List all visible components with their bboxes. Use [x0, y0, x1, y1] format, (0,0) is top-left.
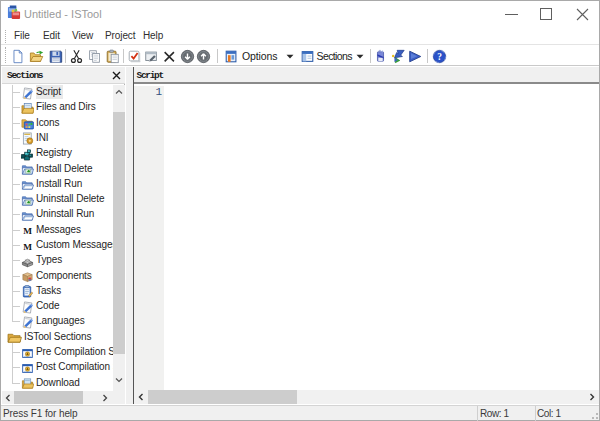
- svg-text:?: ?: [437, 51, 442, 61]
- svg-text:M: M: [23, 226, 32, 236]
- svg-text:M: M: [23, 241, 32, 251]
